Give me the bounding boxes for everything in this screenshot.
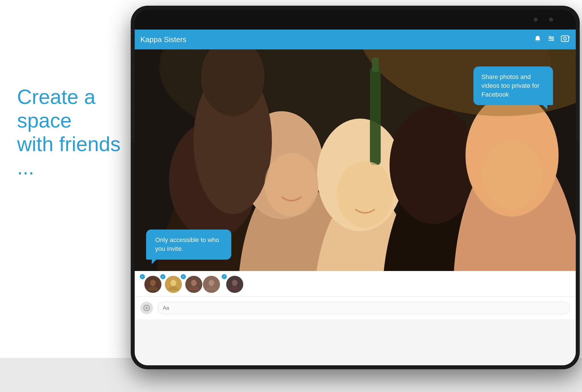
avatar-item-5[interactable]: ✓ <box>222 275 240 293</box>
app-header: Kappa Sisters <box>135 30 576 49</box>
tablet-device: Kappa Sisters <box>125 0 582 392</box>
chat-bubble-top: Share photos and videos too private for … <box>473 66 553 105</box>
svg-point-4 <box>552 38 553 39</box>
svg-rect-25 <box>372 57 379 72</box>
avatar-circle-3 <box>185 276 202 293</box>
chat-bubble-top-text: Share photos and videos too private for … <box>481 73 539 98</box>
avatar-check-3: ✓ <box>180 274 186 280</box>
svg-rect-2 <box>548 40 554 41</box>
avatar-circle-2 <box>165 276 182 293</box>
notification-bell-icon[interactable] <box>534 35 542 45</box>
avatar-item-3[interactable]: ✓ <box>181 275 199 293</box>
photo-area: Share photos and videos too private for … <box>135 49 576 271</box>
main-headline: Create a space with friends ... <box>17 85 131 179</box>
settings-icon[interactable] <box>547 35 555 45</box>
svg-point-38 <box>230 286 240 290</box>
svg-point-37 <box>232 280 238 286</box>
avatar-check-1: ✓ <box>139 274 146 280</box>
svg-point-3 <box>549 36 551 38</box>
svg-point-30 <box>148 286 158 290</box>
add-photo-icon[interactable] <box>561 35 570 45</box>
svg-point-35 <box>209 280 214 286</box>
message-input[interactable] <box>157 302 570 314</box>
left-content: Create a space with friends ... <box>17 85 131 179</box>
speaker-left <box>131 30 135 143</box>
svg-point-6 <box>564 37 566 40</box>
avatars-bar: ✓ ✓ ✓ <box>135 271 576 297</box>
svg-rect-24 <box>370 67 381 165</box>
svg-point-34 <box>189 286 199 290</box>
svg-point-33 <box>191 280 197 286</box>
svg-point-32 <box>168 286 178 290</box>
svg-point-31 <box>171 280 176 286</box>
avatar-item-1[interactable]: ✓ <box>140 275 159 293</box>
svg-point-29 <box>150 280 156 286</box>
camera-dot-2 <box>549 18 553 22</box>
avatar-item-2[interactable]: ✓ <box>161 275 179 293</box>
headline-line2: with friends ... <box>17 133 120 179</box>
chat-bubble-bottom: Only accessible to who you invite. <box>146 230 231 260</box>
app-header-title: Kappa Sisters <box>140 35 534 44</box>
svg-point-18 <box>390 106 478 224</box>
avatar-circle-1 <box>144 276 161 293</box>
svg-point-28 <box>482 141 542 209</box>
svg-point-27 <box>336 161 393 228</box>
tablet-body: Kappa Sisters <box>131 6 580 369</box>
svg-point-26 <box>265 153 319 216</box>
header-icons <box>534 35 570 45</box>
speaker-right <box>576 30 580 143</box>
chat-bubble-bottom-text: Only accessible to who you invite. <box>155 236 219 252</box>
headline-line1: Create a space <box>17 86 95 132</box>
svg-point-36 <box>206 286 217 290</box>
tablet-screen: Kappa Sisters <box>135 30 576 365</box>
tablet-top-strip <box>135 10 576 30</box>
avatar-item-4[interactable] <box>202 275 220 293</box>
svg-rect-8 <box>569 36 569 38</box>
avatar-check-2: ✓ <box>160 274 166 280</box>
input-bar <box>135 297 576 319</box>
avatar-check-5: ✓ <box>221 274 227 280</box>
compose-icon[interactable] <box>140 302 153 314</box>
svg-rect-5 <box>561 36 569 41</box>
avatar-circle-4 <box>203 276 220 293</box>
camera-dot-1 <box>534 18 538 22</box>
avatar-circle-5 <box>226 276 243 293</box>
